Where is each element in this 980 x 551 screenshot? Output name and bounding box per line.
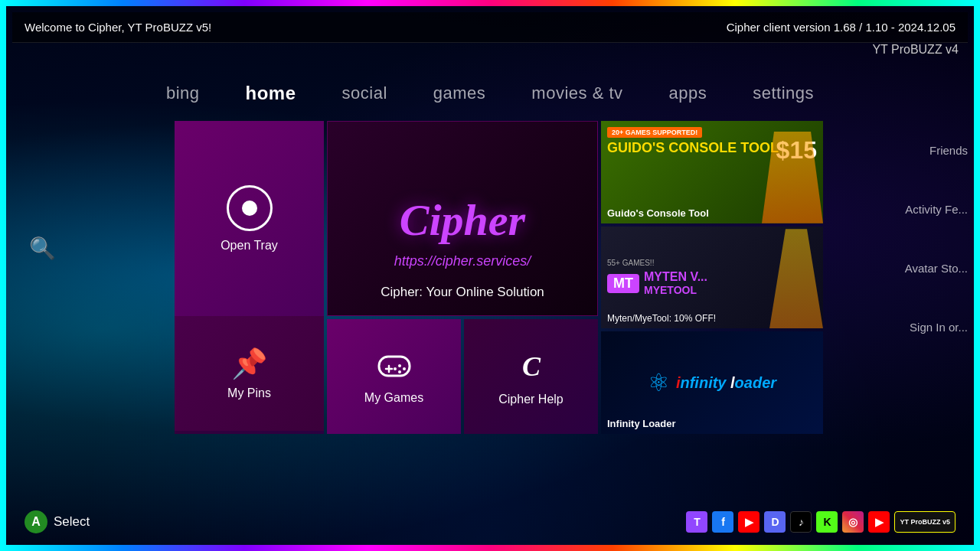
profile-name: YT ProBUZZ v4 (872, 43, 959, 56)
top-bar: Welcome to Cipher, YT ProBUZZ v5! Cipher… (12, 12, 968, 43)
cipher-help-label: Cipher Help (498, 393, 563, 406)
a-button[interactable]: A (24, 510, 47, 533)
nav-item-bing[interactable]: bing (166, 83, 200, 103)
myten-discount: Myten/MyeTool: 10% OFF! (607, 313, 716, 324)
nav-item-apps[interactable]: apps (669, 83, 707, 103)
nav-item-social[interactable]: social (342, 83, 387, 103)
main-background: Welcome to Cipher, YT ProBUZZ v5! Cipher… (6, 6, 974, 545)
my-pins-label: My Pins (227, 386, 271, 400)
bottom-bar: A Select T f ▶ D ♪ K ◎ ▶ YT ProBUZZ v5 (12, 504, 968, 539)
yt-buzz-label: YT ProBUZZ v5 (900, 518, 950, 526)
ads-panel: 20+ GAMES SUPPORTED! GUIDO'S CONSOLE TOO… (601, 121, 823, 434)
svg-point-8 (398, 370, 401, 373)
guido-ad-tile[interactable]: 20+ GAMES SUPPORTED! GUIDO'S CONSOLE TOO… (601, 121, 823, 223)
my-games-tile[interactable]: My Games (327, 319, 461, 434)
myten-badge: 55+ GAMES!! (607, 259, 654, 267)
tiktok-icon[interactable]: ♪ (790, 511, 812, 533)
infinity-label: Infinity Loader (607, 418, 676, 429)
facebook-icon[interactable]: f (712, 511, 733, 533)
cipher-help-tile[interactable]: C Cipher Help (464, 319, 598, 434)
select-hint: A Select (24, 510, 90, 533)
my-games-label: My Games (364, 391, 423, 405)
svg-point-9 (394, 367, 397, 370)
cipher-main-tile[interactable]: Cipher https://cipher.services/ Cipher: … (327, 121, 598, 316)
nav-item-home[interactable]: home (246, 83, 296, 104)
infinity-atom-icon: ⚛ (648, 368, 670, 397)
svg-point-7 (403, 367, 406, 370)
myten-name-block: MYTEN V... MYETOOL (644, 270, 707, 296)
profile-area: YT ProBUZZ v4 (872, 43, 959, 57)
kick-icon[interactable]: K (816, 511, 838, 533)
my-pins-tile[interactable]: 📌 My Pins (175, 316, 324, 431)
open-tray-tile[interactable]: Open Tray (175, 121, 324, 316)
discord-icon[interactable]: D (764, 511, 786, 533)
infinity-logo-text: infinity loader (676, 374, 776, 392)
guido-badge: 20+ GAMES SUPPORTED! (607, 127, 702, 138)
search-icon[interactable]: 🔍 (29, 236, 56, 261)
cipher-title: Cipher (400, 194, 525, 246)
version-text: Cipher client version 1.68 / 1.10 - 2024… (727, 21, 956, 34)
twitch-icon[interactable]: T (686, 511, 707, 533)
infinity-ad-tile[interactable]: ⚛ infinity loader Infinity Loader (601, 331, 823, 434)
svg-text:C: C (521, 351, 541, 382)
select-label: Select (54, 514, 90, 530)
cipher-main-content: Cipher https://cipher.services/ Cipher: … (343, 194, 582, 300)
open-tray-label: Open Tray (220, 239, 278, 253)
guido-title: GUIDO'S CONSOLE TOOL (607, 141, 779, 156)
youtube-red-icon[interactable]: ▶ (868, 511, 890, 533)
social-icons-bar: T f ▶ D ♪ K ◎ ▶ YT ProBUZZ v5 (686, 511, 956, 533)
pin-icon: 📌 (231, 347, 267, 380)
cipher-url: https://cipher.services/ (394, 253, 531, 269)
gamepad-icon (375, 349, 413, 383)
right-panel: Friends Activity Fe... Avatar Sto... Sig… (884, 144, 968, 334)
yt-probuzz-icon[interactable]: YT ProBUZZ v5 (894, 511, 956, 533)
myten-logo-row: MT MYTEN V... MYETOOL (607, 270, 707, 296)
instagram-icon[interactable]: ◎ (842, 511, 864, 533)
myetool-name: MYETOOL (644, 284, 707, 296)
nav-bar: bing home social games movies & tv apps … (12, 83, 968, 104)
cipher-help-icon: C (512, 347, 550, 385)
nav-item-settings[interactable]: settings (753, 83, 814, 103)
svg-rect-3 (379, 357, 410, 376)
nav-item-games[interactable]: games (433, 83, 486, 103)
myten-ad-tile[interactable]: 55+ GAMES!! MT MYTEN V... MYETOOL Myten/… (601, 227, 823, 329)
cipher-tagline: Cipher: Your Online Solution (381, 285, 544, 300)
activity-link[interactable]: Activity Fe... (884, 203, 968, 216)
welcome-text: Welcome to Cipher, YT ProBUZZ v5! (24, 21, 211, 34)
friends-link[interactable]: Friends (884, 144, 968, 157)
guido-ad-label: Guido's Console Tool (607, 207, 709, 219)
myten-mc-logo: MT (607, 274, 639, 293)
tray-icon-inner (242, 201, 257, 216)
svg-point-6 (398, 364, 401, 367)
avatar-link[interactable]: Avatar Sto... (884, 262, 968, 275)
youtube-play-icon[interactable]: ▶ (738, 511, 760, 533)
myten-name: MYTEN V... (644, 270, 707, 284)
signin-link[interactable]: Sign In or... (884, 321, 968, 334)
open-tray-icon (227, 185, 273, 231)
nav-item-movies[interactable]: movies & tv (531, 83, 622, 103)
